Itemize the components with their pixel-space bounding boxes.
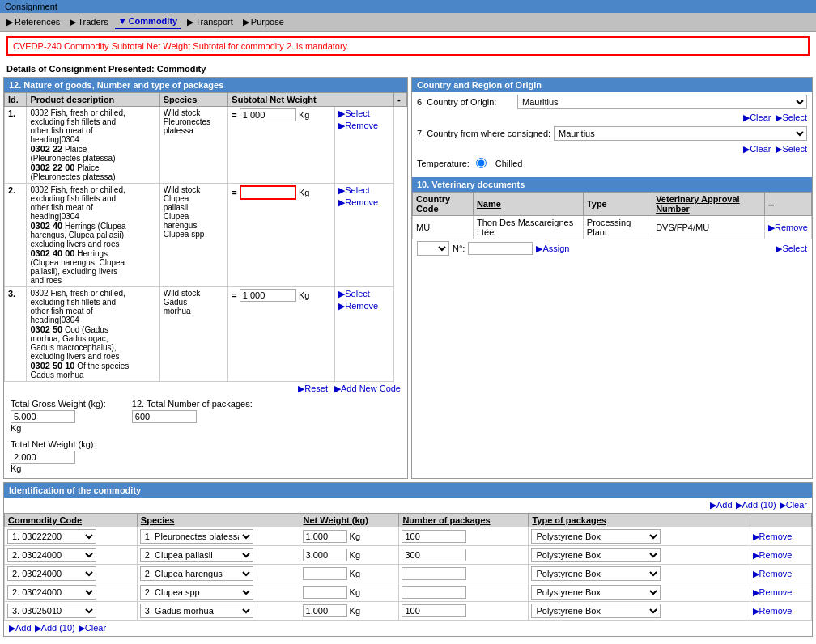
net-weight-input-3[interactable] — [303, 567, 347, 580]
assign-row: N°: ▶Assign ▶Select — [412, 239, 812, 257]
bottom-add10-btn2[interactable]: ▶Add (10) — [35, 623, 75, 633]
total-packages-label: 12. Total Number of packages: — [132, 399, 253, 409]
bottom-clear-btn[interactable]: ▶Clear — [780, 500, 807, 511]
bottom-clear-btn2[interactable]: ▶Clear — [79, 623, 106, 633]
type-packages-select-5[interactable]: Polystyrene Box — [531, 604, 661, 618]
error-message: CVEDP-240 Commodity Subtotal Net Weight … — [13, 41, 349, 51]
assign-btn[interactable]: ▶Assign — [536, 244, 569, 254]
species-select-2[interactable]: 2. Clupea pallasii — [140, 548, 253, 562]
vet-select-btn[interactable]: ▶Select — [776, 244, 807, 254]
total-net-input[interactable] — [11, 451, 75, 464]
col-weight: Subtotal Net Weight — [228, 93, 394, 107]
row3-weight-cell: = Kg — [228, 287, 335, 382]
remove-row-3[interactable]: ▶Remove — [753, 569, 793, 578]
table-row: 1. 0302 Fish, fresh or chilled, excludin… — [5, 107, 407, 184]
species-select-3[interactable]: 2. Clupea harengus — [140, 566, 253, 581]
row3-weight-input[interactable] — [240, 289, 296, 302]
bottom-add-btn2[interactable]: ▶Add — [9, 623, 32, 633]
row1-remove-btn[interactable]: ▶Remove — [338, 121, 390, 131]
nav-transport[interactable]: ▶ Transport — [184, 15, 236, 29]
type-packages-select-2[interactable]: Polystyrene Box — [531, 548, 661, 562]
reset-btn[interactable]: ▶Reset — [298, 383, 328, 394]
row2-weight-cell: = Kg — [228, 184, 335, 287]
type-packages-select-1[interactable]: Polystyrene Box — [531, 529, 661, 544]
consigned-select-btn[interactable]: ▶Select — [776, 144, 807, 155]
remove-row-4[interactable]: ▶Remove — [753, 587, 793, 597]
row1-weight-input[interactable] — [240, 108, 296, 121]
temp-chilled-radio[interactable] — [476, 158, 487, 168]
net-weight-input-4[interactable] — [303, 586, 347, 599]
remove-row-5[interactable]: ▶Remove — [753, 606, 793, 616]
nav-bar: ▶ References ▶ Traders ▼ Commodity ▶ Tra… — [0, 13, 816, 32]
net-weight-input-5[interactable] — [303, 604, 347, 617]
vet-header: 10. Veterinary documents — [412, 177, 812, 192]
row2-species: Wild stock Clupea pallasii Clupea hareng… — [159, 184, 228, 287]
assign-country-select[interactable] — [417, 241, 449, 256]
total-gross-input[interactable] — [11, 410, 75, 423]
table-row: 3. 0302 Fish, fresh or chilled, excludin… — [5, 287, 407, 382]
num-packages-input-1[interactable] — [402, 530, 466, 543]
total-net-unit: Kg — [11, 464, 21, 473]
row2-weight-input[interactable] — [240, 185, 296, 200]
col-species: Species — [137, 514, 300, 527]
vet-remove-btn[interactable]: ▶Remove — [768, 222, 808, 232]
type-packages-select-4[interactable]: Polystyrene Box — [531, 585, 661, 600]
commodity-row: 2. 03024000 2. Clupea spp Kg — [5, 583, 812, 602]
commodity-table: Commodity Code Species Net Weight (kg) N… — [4, 513, 812, 621]
row1-select-btn[interactable]: ▶Select — [338, 108, 390, 119]
commodity-code-select-5[interactable]: 3. 03025010 — [7, 604, 96, 618]
species-select-1[interactable]: 1. Pleuronectes platessa — [140, 529, 253, 544]
country-consigned-row: 7. Country from where consigned: Mauriti… — [412, 124, 812, 143]
country-consigned-select[interactable]: Mauritius — [554, 126, 807, 141]
row3-select-remove: ▶Select ▶Remove — [338, 289, 390, 311]
num-packages-input-3[interactable] — [402, 567, 466, 580]
net-weight-input-2[interactable] — [303, 549, 347, 561]
col-dash: - — [394, 93, 407, 107]
remove-row-1[interactable]: ▶Remove — [753, 532, 793, 541]
type-packages-select-3[interactable]: Polystyrene Box — [531, 566, 661, 581]
nav-commodity[interactable]: ▼ Commodity — [115, 15, 181, 29]
row2-select-btn[interactable]: ▶Select — [338, 185, 390, 196]
commodity-code-select-3[interactable]: 2. 03024000 — [7, 566, 96, 581]
details-title: Details of Consignment Presented: Commod… — [0, 61, 816, 77]
num-packages-input-5[interactable] — [402, 604, 466, 617]
commodity-code-select-2[interactable]: 2. 03024000 — [7, 548, 96, 562]
consigned-clear-btn[interactable]: ▶Clear — [743, 144, 771, 155]
commodity-code-select-4[interactable]: 2. 03024000 — [7, 585, 96, 600]
country-consigned-label: 7. Country from where consigned: — [417, 129, 550, 138]
vet-row-remove: ▶Remove — [765, 216, 812, 239]
no-input[interactable] — [468, 242, 533, 255]
remove-row-2[interactable]: ▶Remove — [753, 550, 793, 560]
total-net-area: Total Net Weight (kg): Kg — [4, 436, 407, 478]
table-row: 2. 0302 Fish, fresh or chilled, excludin… — [5, 184, 407, 287]
add-new-code-btn[interactable]: ▶Add New Code — [334, 383, 401, 394]
totals-area: Total Gross Weight (kg): Kg 12. Total Nu… — [4, 396, 407, 436]
row3-remove-btn[interactable]: ▶Remove — [338, 301, 390, 311]
total-packages-input[interactable] — [132, 410, 197, 423]
commodity-code-select-1[interactable]: 1. 03022200 — [7, 529, 96, 544]
net-weight-input-1[interactable] — [303, 530, 347, 543]
row3-select-btn[interactable]: ▶Select — [338, 289, 390, 299]
total-packages-area: 12. Total Number of packages: — [132, 399, 253, 423]
bottom-add-btn[interactable]: ▶Add — [710, 500, 733, 511]
no-label: N°: — [453, 244, 465, 253]
commodity-row: 3. 03025010 3. Gadus morhua Kg — [5, 602, 812, 621]
origin-select-btn[interactable]: ▶Select — [776, 112, 807, 123]
nav-references[interactable]: ▶ References — [3, 15, 63, 29]
row2-remove-btn[interactable]: ▶Remove — [338, 197, 390, 208]
num-packages-input-2[interactable] — [402, 549, 466, 561]
col-species: Species — [159, 93, 228, 107]
species-select-4[interactable]: 2. Clupea spp — [140, 585, 253, 600]
origin-clear-btn[interactable]: ▶Clear — [743, 112, 771, 123]
species-select-5[interactable]: 3. Gadus morhua — [140, 604, 253, 618]
nav-traders[interactable]: ▶ Traders — [66, 15, 112, 29]
row2-select-remove: ▶Select ▶Remove — [338, 185, 390, 208]
origin-header: Country and Region of Origin — [412, 78, 812, 92]
col-desc: Product description — [27, 93, 159, 107]
num-packages-input-4[interactable] — [402, 586, 466, 599]
nav-purpose[interactable]: ▶ Purpose — [240, 15, 287, 29]
country-origin-select[interactable]: Mauritius — [517, 95, 807, 109]
bottom-add10-btn[interactable]: ▶Add (10) — [736, 500, 776, 511]
error-box: CVEDP-240 Commodity Subtotal Net Weight … — [6, 36, 810, 56]
row3-species: Wild stock Gadus morhua — [159, 287, 228, 382]
